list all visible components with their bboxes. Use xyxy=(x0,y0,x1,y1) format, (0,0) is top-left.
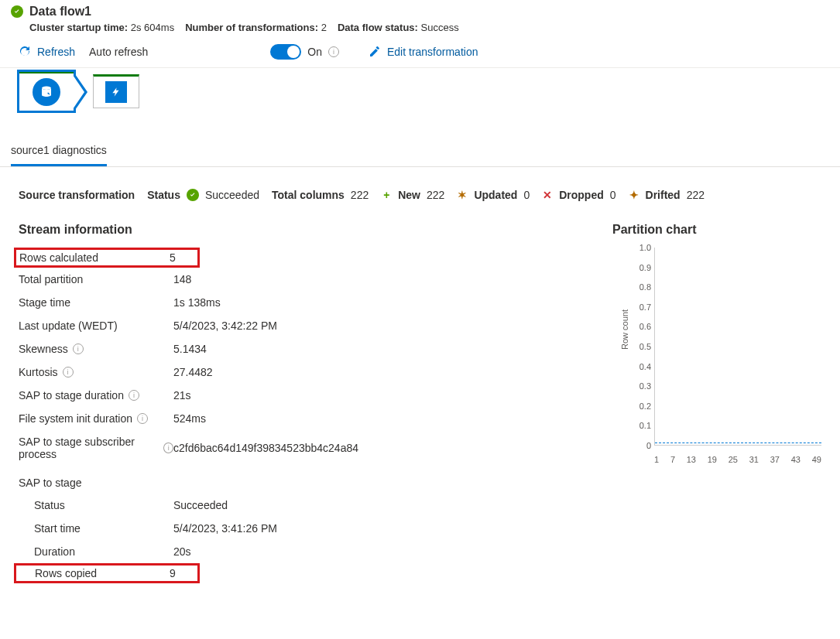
stream-key: Last update (WEDT) xyxy=(19,320,118,332)
stream-key: File system init duration xyxy=(19,412,132,425)
chart-y-tick: 0.6 xyxy=(639,322,651,331)
stream-key: Skewness xyxy=(19,343,68,355)
stream-value: 5 xyxy=(170,251,176,264)
toggle-state-label: On xyxy=(307,46,322,58)
flow-status-label: Data flow status: xyxy=(338,22,418,33)
transforms-label: Number of transformations: xyxy=(185,22,318,33)
updated-label: Updated xyxy=(474,189,517,201)
dropped-label: Dropped xyxy=(559,189,604,201)
stream-row: Kurtosisi27.4482 xyxy=(19,361,581,384)
sap-row: Start time5/4/2023, 3:41:26 PM xyxy=(19,517,581,540)
chart-x-tick: 37 xyxy=(770,455,780,464)
sink-node[interactable] xyxy=(93,74,139,108)
chart-y-tick: 0.7 xyxy=(639,302,651,312)
info-icon[interactable]: i xyxy=(73,343,84,354)
sap-value: Succeeded xyxy=(173,499,228,511)
sap-key: Rows copied xyxy=(19,567,170,579)
cluster-startup-value: 2s 604ms xyxy=(131,22,174,33)
info-icon[interactable]: i xyxy=(129,390,139,401)
refresh-label: Refresh xyxy=(37,46,75,58)
tab-source1-diagnostics[interactable]: source1 diagnostics xyxy=(11,144,107,166)
refresh-button[interactable]: Refresh xyxy=(19,46,75,58)
dropped-value: 0 xyxy=(610,189,616,201)
stream-key: SAP to stage duration xyxy=(19,389,124,402)
source-node[interactable] xyxy=(19,71,74,111)
stream-row: SAP to stage subscriber processic2fd6bac… xyxy=(19,430,581,466)
star-icon: ✶ xyxy=(457,189,468,201)
bolt-icon xyxy=(105,81,127,103)
chart-y-tick: 0.3 xyxy=(639,381,651,391)
stream-value: 27.4482 xyxy=(173,366,213,378)
stream-key: Stage time xyxy=(19,296,70,309)
chart-y-tick: 1.0 xyxy=(639,243,651,252)
sap-value: 9 xyxy=(170,567,176,579)
cross-icon: ✕ xyxy=(542,189,553,201)
chart-y-tick: 0.9 xyxy=(639,263,651,272)
refresh-icon xyxy=(19,46,31,58)
stream-value: 21s xyxy=(173,389,191,402)
stream-value: 5/4/2023, 3:42:22 PM xyxy=(173,320,277,332)
stream-row: SAP to stage durationi21s xyxy=(19,384,581,407)
drift-icon: ✦ xyxy=(629,189,639,201)
updated-value: 0 xyxy=(523,189,530,201)
status-summary-row: Source transformation Status Succeeded T… xyxy=(0,167,840,207)
info-icon[interactable]: i xyxy=(328,46,339,57)
stream-row: Skewnessi5.1434 xyxy=(19,337,581,361)
chart-x-tick: 7 xyxy=(670,455,675,464)
stream-value: 524ms xyxy=(173,412,206,425)
chart-series-line xyxy=(655,443,821,443)
page-title: Data flow1 xyxy=(29,5,91,19)
flow-graph xyxy=(0,68,840,121)
stream-key: Kurtosis xyxy=(19,366,58,378)
info-icon[interactable]: i xyxy=(137,413,148,424)
chart-y-tick: 0 xyxy=(646,441,651,450)
stream-key: Rows calculated xyxy=(19,251,98,264)
drifted-value: 222 xyxy=(687,189,705,201)
chart-x-tick: 49 xyxy=(812,455,821,464)
stream-row: Stage time1s 138ms xyxy=(19,291,581,314)
chart-x-tick: 43 xyxy=(791,455,801,464)
database-icon xyxy=(33,78,60,106)
info-icon[interactable]: i xyxy=(163,443,173,453)
success-check-icon xyxy=(11,5,23,18)
new-label: New xyxy=(398,189,420,201)
chart-y-tick: 0.8 xyxy=(639,282,651,292)
status-value: Succeeded xyxy=(205,189,259,201)
auto-refresh-label: Auto refresh xyxy=(89,46,148,58)
sap-row: Duration20s xyxy=(19,540,581,563)
new-value: 222 xyxy=(427,189,444,201)
status-label: Status xyxy=(147,189,180,201)
total-columns-label: Total columns xyxy=(272,189,345,201)
stream-key: Total partition xyxy=(19,273,83,285)
partition-chart-title: Partition chart xyxy=(612,223,821,237)
edit-label: Edit transformation xyxy=(387,46,478,58)
stream-row: Rows calculated5 xyxy=(14,248,200,268)
sap-key: Start time xyxy=(19,522,173,535)
chart-x-tick: 19 xyxy=(708,455,717,464)
auto-refresh-toggle[interactable] xyxy=(270,44,301,60)
stream-value: c2fd6bac64d149f39834523bb4c24a84 xyxy=(173,442,358,454)
chart-x-tick: 25 xyxy=(729,455,738,464)
chart-y-tick: 0.5 xyxy=(639,342,651,351)
pencil-icon xyxy=(369,46,381,58)
plus-icon: + xyxy=(381,189,392,201)
partition-chart: Row count 1.00.90.80.70.60.50.40.30.20.1… xyxy=(612,248,821,464)
sap-row: Rows copied9 xyxy=(14,563,200,583)
chart-y-tick: 0.2 xyxy=(639,402,651,411)
edit-transformation-button[interactable]: Edit transformation xyxy=(369,46,478,58)
sap-row: StatusSucceeded xyxy=(19,494,581,517)
drifted-label: Drifted xyxy=(646,189,681,201)
info-icon[interactable]: i xyxy=(63,367,74,378)
sap-value: 5/4/2023, 3:41:26 PM xyxy=(173,522,277,535)
stream-row: Total partition148 xyxy=(19,268,581,291)
stream-value: 5.1434 xyxy=(173,343,207,355)
chart-y-tick: 0.1 xyxy=(639,421,651,430)
stream-value: 1s 138ms xyxy=(173,296,221,309)
stream-row: Last update (WEDT)5/4/2023, 3:42:22 PM xyxy=(19,314,581,337)
sap-to-stage-title: SAP to stage xyxy=(19,466,581,494)
stream-value: 148 xyxy=(173,273,191,285)
status-check-icon xyxy=(187,189,199,201)
stream-row: File system init durationi524ms xyxy=(19,407,581,430)
chart-y-tick: 0.4 xyxy=(639,362,651,371)
chart-x-tick: 13 xyxy=(687,455,696,464)
